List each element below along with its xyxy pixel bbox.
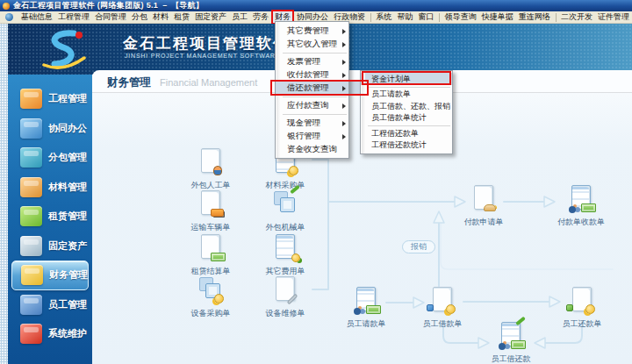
menu-item-fund-flow-query[interactable]: 资金收支查询 (276, 143, 348, 156)
menu-leader-query[interactable]: 领导查询 (442, 11, 479, 24)
menu-item-cash-mgmt[interactable]: 现金管理 (276, 117, 348, 130)
menu-staff[interactable]: 员工 (229, 11, 250, 24)
doc-person-icon (196, 147, 226, 175)
sidebar-item-lease[interactable]: 租赁管理 (8, 202, 92, 232)
sheet-people-money-icon (496, 321, 526, 349)
menu-subcontract[interactable]: 分包 (129, 11, 150, 24)
sidebar-item-fixed-assets[interactable]: 固定资产 (8, 232, 92, 261)
jinshi-logo-icon (35, 26, 91, 72)
left-dotted-strip (0, 24, 8, 364)
menu-secondary-dev[interactable]: 二次开发 (558, 11, 595, 24)
sidebar-item-staff[interactable]: 员工管理 (8, 290, 92, 320)
system-icon (20, 324, 42, 344)
loan-repay-submenu: 资金计划单 员工请款单 员工借款、还款、报销 员工借款单统计 工程借还款单 工程… (360, 70, 453, 154)
menu-material[interactable]: 材料 (150, 11, 171, 24)
submenu-arrow-icon (342, 86, 346, 91)
staff-icon (20, 295, 42, 315)
menu-item-other-income[interactable]: 其它收入管理 (276, 38, 348, 51)
menu-system[interactable]: 系统 (373, 11, 394, 24)
submenu-arrow-icon (342, 103, 346, 109)
node-label: 员工还款单 (549, 318, 615, 330)
submenu-item-project-loan-repay[interactable]: 工程借还款单 (361, 128, 452, 140)
menu-project-mgmt[interactable]: 工程管理 (55, 11, 92, 24)
menu-item-label: 现金管理 (287, 118, 320, 129)
node-staff-loan-repay[interactable]: 员工借还款 (478, 321, 544, 364)
menu-basic-info[interactable]: 基础信息 (18, 11, 55, 24)
node-transport-vehicle[interactable]: 运输车辆单 (177, 189, 244, 233)
node-equipment-repair[interactable]: 设备维修单 (252, 275, 319, 319)
menu-item-other-fees[interactable]: 其它费管理 (276, 25, 348, 38)
node-staff-fund-request[interactable]: 员工请款单 (333, 286, 399, 330)
sidebar-item-label: 员工管理 (48, 298, 87, 311)
submenu-item-label: 员工请款单 (371, 89, 411, 100)
sidebar-item-collaboration[interactable]: 协同办公 (8, 114, 92, 144)
doc-hand-coins-icon (469, 184, 499, 212)
menu-certificate-mgmt[interactable]: 证件管理 (595, 11, 632, 24)
sidebar-item-label: 固定资产 (48, 239, 87, 253)
node-equipment-purchase[interactable]: 设备采购单 (177, 275, 244, 319)
sidebar-item-label: 协同办公 (48, 122, 87, 135)
doc-truck-icon (196, 189, 226, 218)
submenu-item-fund-plan[interactable]: 资金计划单 (361, 73, 452, 85)
menu-item-payment-receipt[interactable]: 收付款管理 (276, 68, 348, 82)
doc-wrench-icon (270, 275, 300, 303)
node-label: 付款单收款单 (548, 217, 614, 228)
menu-contract-mgmt[interactable]: 合同管理 (92, 11, 129, 24)
menu-lease[interactable]: 租赁 (171, 11, 192, 24)
menu-labor[interactable]: 劳务 (250, 11, 271, 24)
sidebar-item-material[interactable]: 材料管理 (8, 173, 92, 203)
node-outsourced-labor[interactable]: 外包人工单 (177, 147, 244, 191)
node-payment-receipt[interactable]: 付款单收款单 (548, 184, 614, 228)
node-label: 设备采购单 (177, 308, 244, 319)
node-payment-request[interactable]: 付款申请单 (450, 184, 517, 228)
sidebar-item-project[interactable]: 工程管理 (8, 84, 92, 114)
submenu-item-project-loan-repay-stats[interactable]: 工程借还款统计 (361, 139, 452, 152)
node-staff-loan[interactable]: 员工借款单 (409, 286, 476, 330)
node-label: 付款申请单 (450, 217, 517, 228)
squares-arrow-icon (270, 189, 300, 218)
sheet-money-people-icon (566, 184, 596, 212)
menu-item-invoice[interactable]: 发票管理 (276, 55, 348, 68)
submenu-item-staff-fund-request[interactable]: 员工请款单 (361, 89, 452, 101)
sidebar-item-label: 财务管理 (49, 268, 88, 282)
sidebar-item-label: 材料管理 (48, 181, 87, 194)
doc-flow-coins-icon (427, 286, 457, 314)
menu-item-label: 其它收入管理 (287, 39, 337, 50)
brand-name-cn: 金石工程项目管理软件 (123, 33, 290, 54)
node-label: 员工请款单 (333, 318, 399, 330)
node-label: 外包机械单 (252, 222, 319, 233)
menu-item-label: 其它费管理 (287, 25, 329, 37)
submenu-item-label: 员工借款单统计 (371, 112, 427, 124)
sheet-money-people-icon (351, 286, 381, 314)
finance-icon (21, 265, 43, 285)
submenu-arrow-icon (342, 60, 346, 65)
node-staff-repayment[interactable]: 员工还款单 (549, 286, 615, 330)
node-lease-settlement[interactable]: 租赁结算单 (177, 233, 244, 277)
menu-reconnect-network[interactable]: 重连网络 (516, 11, 553, 24)
node-other-expense[interactable]: 其它费用单 (252, 233, 319, 277)
sidebar-item-subcontract[interactable]: 分包管理 (8, 143, 92, 173)
subcontract-icon (20, 147, 42, 168)
sidebar-item-finance[interactable]: 财务管理 (11, 261, 89, 290)
menu-item-payables-query[interactable]: 应付款查询 (276, 99, 348, 112)
sidebar-nav: 工程管理 协同办公 分包管理 材料管理 租赁管理 固定资产 财务管理 员工管理 (8, 75, 92, 364)
page-title-en: Financial Management (160, 77, 257, 88)
menu-item-label: 收付款管理 (287, 69, 329, 81)
material-icon (20, 177, 42, 197)
menu-help[interactable]: 帮助 (394, 11, 415, 24)
menubar-app-icon (5, 13, 13, 21)
doc-money-icon (196, 233, 226, 261)
submenu-item-staff-loan-repay-reimburse[interactable]: 员工借款、还款、报销 (361, 101, 452, 113)
menu-window[interactable]: 窗口 (415, 11, 436, 24)
menu-item-bank-mgmt[interactable]: 银行管理 (276, 130, 348, 143)
node-outsourced-machinery[interactable]: 外包机械单 (252, 189, 319, 233)
node-label: 员工借款单 (409, 318, 476, 330)
menu-item-loan-repay[interactable]: 借还款管理 (276, 82, 348, 95)
menu-item-label: 银行管理 (287, 131, 320, 142)
sidebar-item-label: 租赁管理 (48, 210, 87, 223)
sidebar-item-system[interactable]: 系统维护 (8, 319, 92, 349)
menu-quick-documents[interactable]: 快捷单据 (479, 11, 516, 24)
submenu-item-staff-loan-stats[interactable]: 员工借款单统计 (361, 112, 452, 125)
node-label: 运输车辆单 (177, 222, 244, 233)
menu-fixed-assets[interactable]: 固定资产 (192, 11, 229, 24)
